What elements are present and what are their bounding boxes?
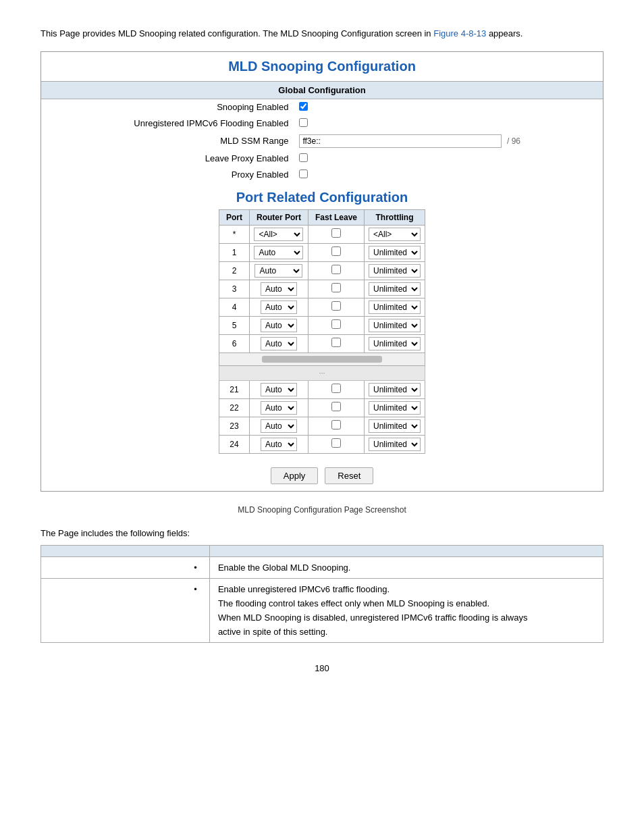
all-fast-leave-cell [308,225,364,243]
throttling-select[interactable]: Unlimited1 [369,337,421,350]
mld-snooping-config-box: MLD Snooping Configuration Global Config… [41,51,603,492]
global-config-table: Snooping Enabled Unregistered IPMCv6 Flo… [41,99,603,183]
fast-leave-checkbox[interactable] [331,338,341,347]
snooping-enabled-checkbox[interactable] [299,102,308,111]
flooding-enabled-label: Unregistered IPMCv6 Flooding Enabled [41,115,294,132]
throttling-select[interactable]: Unlimited1 [369,438,421,451]
port-num: 6 [219,334,249,353]
config-box-title: MLD Snooping Configuration [41,52,603,81]
all-router-port-cell: <All> Auto Enabled Disabled [249,225,308,243]
figure-link[interactable]: Figure 4-8-13 [433,28,486,38]
port-num: 23 [219,417,249,435]
all-port-cell: * [219,225,249,243]
scrollbar-hint[interactable] [262,356,382,363]
port-num: 3 [219,280,249,298]
global-config-header: Global Configuration [41,81,603,99]
fast-leave-checkbox[interactable] [331,384,341,393]
table-row: 4 Auto<All> Unlimited1 [219,298,425,316]
table-row: 22 Auto<All> Unlimited1 [219,398,425,417]
table-row: 1 Auto<All>EnabledDisabled Unlimited12 [219,243,425,261]
fast-leave-checkbox[interactable] [331,402,341,411]
reset-button[interactable]: Reset [325,467,373,484]
leave-proxy-row: Leave Proxy Enabled [41,151,603,167]
port-num: 4 [219,298,249,316]
apply-button[interactable]: Apply [271,467,319,484]
screenshot-caption: MLD Snooping Configuration Page Screensh… [41,505,603,515]
ssm-range-input[interactable] [299,134,502,148]
port-num: 2 [219,261,249,280]
fields-table: • Enable the Global MLD Snooping. • Enab… [41,545,603,643]
throttling-select[interactable]: Unlimited1 [369,419,421,433]
page-number: 180 [41,663,603,673]
fast-leave-checkbox[interactable] [331,246,341,256]
router-port-select[interactable]: Auto<All> [261,337,297,350]
router-port-select[interactable]: Auto<All> [261,383,297,396]
table-row: 6 Auto<All> Unlimited1 [219,334,425,353]
flooding-bullet: • [194,584,197,594]
scrollbar-row [219,353,425,365]
all-row: * <All> Auto Enabled Disabled [219,225,425,243]
router-port-select[interactable]: Auto<All> [261,419,297,433]
router-port-select[interactable]: Auto<All> [261,401,297,415]
ssm-prefix: / 96 [507,136,520,146]
throttling-select[interactable]: Unlimited1 [369,383,421,396]
throttling-select[interactable]: Unlimited12 [369,246,421,259]
port-num: 21 [219,380,249,398]
table-row: 2 Auto<All>Enabled Unlimited1 [219,261,425,280]
fields-row-snooping: • Enable the Global MLD Snooping. [41,556,603,578]
fast-leave-col-header: Fast Leave [308,209,364,225]
throttling-select[interactable]: Unlimited1 [369,301,421,314]
fields-col1-header [41,545,210,556]
fields-col2-header [209,545,603,556]
table-row: 23 Auto<All> Unlimited1 [219,417,425,435]
all-throttling-cell: <All> Unlimited 1 [365,225,425,243]
fast-leave-checkbox[interactable] [331,438,341,448]
proxy-enabled-checkbox[interactable] [299,170,308,178]
throttling-select[interactable]: Unlimited1 [369,282,421,296]
gap-row: ··· [219,365,425,380]
router-port-select[interactable]: Auto<All>Enabled [254,264,302,278]
throttling-select[interactable]: Unlimited1 [369,264,421,278]
router-port-select[interactable]: Auto<All> [261,319,297,332]
leave-proxy-checkbox[interactable] [299,153,308,162]
port-table-wrapper: Port Router Port Fast Leave Throttling *… [41,209,603,461]
port-related-title: Port Related Configuration [41,183,603,209]
router-port-select[interactable]: Auto<All> [261,282,297,296]
all-throttling-select[interactable]: <All> Unlimited 1 [369,228,421,241]
throttling-select[interactable]: Unlimited1 [369,401,421,415]
flooding-enabled-checkbox[interactable] [299,118,308,127]
port-table-header-row: Port Router Port Fast Leave Throttling [219,209,425,225]
router-port-select[interactable]: Auto<All> [261,301,297,314]
throttling-select[interactable]: Unlimited1 [369,319,421,332]
fast-leave-checkbox[interactable] [331,319,341,329]
all-router-port-select[interactable]: <All> Auto Enabled Disabled [254,228,303,241]
intro-paragraph: This Page provides MLD Snooping related … [41,27,603,41]
fast-leave-checkbox[interactable] [331,283,341,292]
fast-leave-checkbox[interactable] [331,265,341,274]
router-port-select[interactable]: Auto<All> [261,438,297,451]
table-row: 5 Auto<All> Unlimited1 [219,316,425,334]
table-row: 3 Auto<All> Unlimited1 [219,280,425,298]
snooping-enabled-label: Snooping Enabled [41,99,294,115]
port-num: 1 [219,243,249,261]
all-fast-leave-checkbox[interactable] [331,228,341,238]
fast-leave-checkbox[interactable] [331,301,341,311]
router-port-col-header: Router Port [249,209,308,225]
snooping-field-desc: Enable the Global MLD Snooping. [209,556,603,578]
fields-intro: The Page includes the following fields: [41,528,603,538]
ssm-range-row: MLD SSM Range / 96 [41,132,603,151]
port-num: 5 [219,316,249,334]
flooding-field-label-cell: • [41,578,210,642]
port-num: 24 [219,435,249,453]
action-buttons-row: Apply Reset [41,461,603,491]
table-row: 21 Auto<All> Unlimited1 [219,380,425,398]
port-col-header: Port [219,209,249,225]
snooping-bullet: • [194,563,197,573]
router-port-select[interactable]: Auto<All>EnabledDisabled [254,246,303,259]
proxy-enabled-label: Proxy Enabled [41,167,294,183]
leave-proxy-label: Leave Proxy Enabled [41,151,294,167]
fast-leave-checkbox[interactable] [331,420,341,429]
proxy-enabled-row: Proxy Enabled [41,167,603,183]
fields-header-row [41,545,603,556]
ssm-range-label: MLD SSM Range [41,132,294,151]
